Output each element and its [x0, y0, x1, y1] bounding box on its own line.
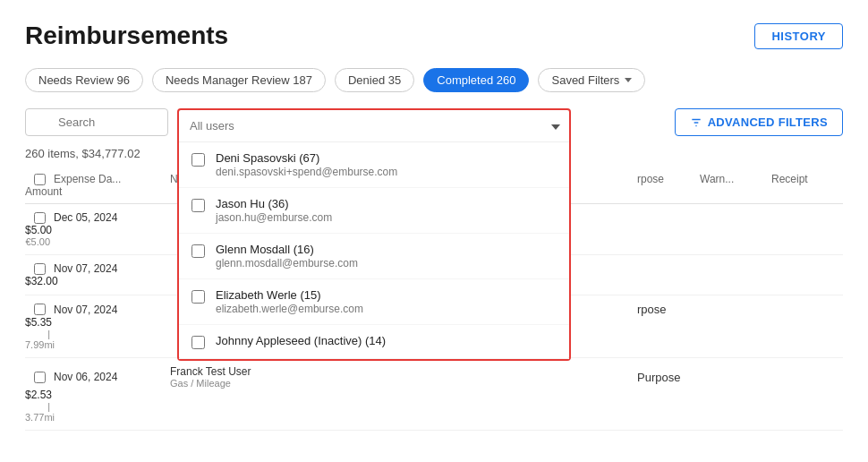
- tab-completed[interactable]: Completed 260: [423, 68, 529, 92]
- col-header-amount: Amount: [25, 185, 54, 198]
- list-item[interactable]: Johnny Appleseed (Inactive) (14): [179, 325, 569, 359]
- chevron-down-icon: [625, 78, 632, 82]
- list-item[interactable]: Deni Spasovski (67) deni.spasovski+spend…: [179, 142, 569, 188]
- header-row: Reimbursements HISTORY: [25, 21, 843, 50]
- row-name: Franck Test User Gas / Mileage: [170, 365, 566, 389]
- user-email-1: jason.hu@emburse.com: [216, 211, 332, 224]
- dropdown-arrow-button[interactable]: [542, 119, 569, 133]
- user-info-4: Johnny Appleseed (Inactive) (14): [216, 334, 386, 348]
- row-checkbox: [25, 212, 54, 224]
- row-date: Nov 06, 2024: [54, 371, 170, 383]
- user-name-1: Jason Hu (36): [216, 197, 332, 210]
- row-purpose: Purpose: [637, 371, 700, 384]
- user-email-3: elizabeth.werle@emburse.com: [216, 303, 363, 315]
- row-amount: $5.35 | 7.99mi: [25, 316, 54, 350]
- history-button[interactable]: HISTORY: [754, 23, 843, 49]
- row-date: Nov 07, 2024: [54, 304, 170, 316]
- list-item[interactable]: Jason Hu (36) jason.hu@emburse.com: [179, 188, 569, 234]
- user-name-4: Johnny Appleseed (Inactive) (14): [216, 334, 386, 347]
- filter-icon: [690, 116, 702, 129]
- row-checkbox: [25, 372, 54, 383]
- user-info-2: Glenn Mosdall (16) glenn.mosdall@emburse…: [216, 243, 358, 270]
- user-checkbox-4[interactable]: [191, 336, 205, 349]
- row-date: Dec 05, 2024: [54, 211, 170, 224]
- list-item[interactable]: Glenn Mosdall (16) glenn.mosdall@emburse…: [179, 234, 569, 279]
- search-input[interactable]: [25, 108, 168, 136]
- user-info-0: Deni Spasovski (67) deni.spasovski+spend…: [216, 151, 397, 178]
- user-checkbox-0[interactable]: [191, 153, 205, 167]
- user-email-0: deni.spasovski+spend@emburse.com: [216, 166, 397, 178]
- user-name-0: Deni Spasovski (67): [216, 151, 397, 165]
- user-info-3: Elizabeth Werle (15) elizabeth.werle@emb…: [216, 288, 363, 315]
- row-amount: $2.53 | 3.77mi: [25, 389, 54, 423]
- filter-tabs: Needs Review 96 Needs Manager Review 187…: [25, 68, 843, 92]
- col-header-date: Expense Da...: [54, 173, 170, 185]
- user-checkbox-1[interactable]: [191, 199, 205, 212]
- user-checkbox-3[interactable]: [191, 290, 205, 304]
- users-dropdown-overlay: Deni Spasovski (67) deni.spasovski+spend…: [177, 108, 571, 361]
- list-item[interactable]: Elizabeth Werle (15) elizabeth.werle@emb…: [179, 279, 569, 325]
- users-dropdown-input[interactable]: [179, 110, 542, 141]
- row-purpose: rpose: [637, 303, 700, 316]
- row-checkbox: [25, 304, 54, 315]
- row-amount: $32.00: [25, 275, 54, 287]
- table-row[interactable]: Nov 06, 2024 Franck Test User Gas / Mile…: [25, 358, 843, 431]
- tab-denied[interactable]: Denied 35: [335, 68, 414, 92]
- col-header-receipt: Receipt: [771, 173, 843, 185]
- row-select-checkbox[interactable]: [34, 304, 46, 315]
- advanced-filters-button[interactable]: ADVANCED FILTERS: [675, 108, 843, 136]
- user-name-3: Elizabeth Werle (15): [216, 288, 363, 302]
- row-select-checkbox[interactable]: [34, 212, 46, 224]
- tab-needs-review[interactable]: Needs Review 96: [25, 68, 143, 92]
- dropdown-input-wrapper: [179, 110, 542, 141]
- col-header-purpose: rpose: [637, 173, 700, 185]
- chevron-down-icon: [551, 124, 560, 130]
- row-checkbox: [25, 263, 54, 275]
- row-date: Nov 07, 2024: [54, 262, 170, 275]
- toolbar-row: Deni Spasovski (67) deni.spasovski+spend…: [25, 108, 843, 136]
- search-wrapper: [25, 108, 168, 136]
- user-info-1: Jason Hu (36) jason.hu@emburse.com: [216, 197, 332, 224]
- row-amount: $5.00 €5.00: [25, 224, 54, 247]
- user-checkbox-2[interactable]: [191, 244, 205, 258]
- col-header-warnings: Warn...: [700, 173, 771, 185]
- tab-saved-filters[interactable]: Saved Filters: [538, 68, 645, 92]
- user-name-2: Glenn Mosdall (16): [216, 243, 358, 256]
- header-checkbox-cell: [25, 174, 54, 185]
- row-select-checkbox[interactable]: [34, 263, 46, 275]
- users-dropdown-list: Deni Spasovski (67) deni.spasovski+spend…: [179, 142, 569, 359]
- page-title: Reimbursements: [25, 21, 228, 50]
- tab-needs-manager-review[interactable]: Needs Manager Review 187: [152, 68, 326, 92]
- advanced-filters-label: ADVANCED FILTERS: [708, 116, 828, 129]
- row-select-checkbox[interactable]: [34, 372, 46, 383]
- dropdown-header: [179, 110, 569, 142]
- select-all-checkbox[interactable]: [34, 174, 46, 185]
- user-email-2: glenn.mosdall@emburse.com: [216, 257, 358, 270]
